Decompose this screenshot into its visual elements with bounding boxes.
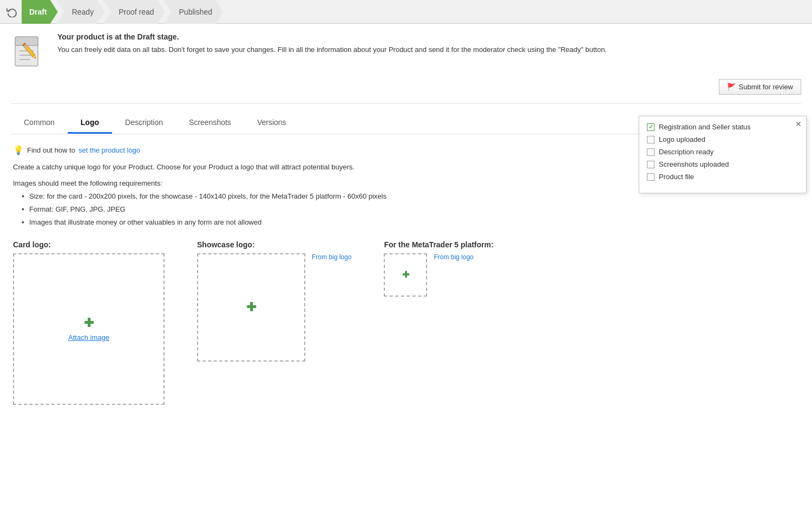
- checklist-item-description: Description ready: [647, 148, 798, 156]
- metatrader-logo-plus-icon: ✚: [402, 271, 409, 279]
- card-logo-label: Card logo:: [13, 240, 165, 249]
- breadcrumb-steps: Draft Ready Proof read Published: [22, 0, 223, 23]
- step-ready[interactable]: Ready: [57, 0, 104, 24]
- tip-link[interactable]: set the product logo: [78, 146, 140, 154]
- info-banner: Your product is at the Draft stage. You …: [11, 32, 801, 70]
- submit-btn-container: 🚩 Submit for review: [11, 79, 801, 95]
- requirements-list: Size: for the card - 200x200 pixels, for…: [13, 192, 799, 228]
- checkbox-logo[interactable]: [647, 136, 654, 143]
- tab-description[interactable]: Description: [112, 113, 176, 134]
- card-logo-group: Card logo: ✚ Attach image: [13, 240, 165, 405]
- req-item-2: Images that illustrate money or other va…: [22, 218, 799, 227]
- checkbox-description[interactable]: [647, 148, 654, 156]
- step-published-label: Published: [179, 8, 213, 16]
- tab-common[interactable]: Common: [11, 113, 68, 134]
- checklist-product-file-label: Product file: [659, 173, 694, 181]
- submit-review-label: Submit for review: [739, 83, 793, 91]
- checklist-close-button[interactable]: ✕: [795, 120, 802, 128]
- metatrader-from-big-logo-link[interactable]: From big logo: [434, 253, 473, 261]
- checklist-screenshots-label: Screenshots uploaded: [659, 160, 729, 168]
- attach-image-link[interactable]: Attach image: [68, 333, 109, 342]
- metatrader-logo-group: For the MetaTrader 5 platform: ✚ From bi…: [384, 240, 493, 405]
- showcase-logo-drop[interactable]: ✚: [197, 253, 305, 362]
- step-proofread[interactable]: Proof read: [103, 0, 165, 24]
- tab-logo[interactable]: Logo: [68, 113, 112, 134]
- checklist-registration-label: Registration and Seller status: [659, 123, 751, 131]
- submit-review-button[interactable]: 🚩 Submit for review: [719, 79, 801, 95]
- draft-icon: [11, 32, 49, 70]
- showcase-logo-label: Showcase logo:: [197, 240, 351, 249]
- checklist-item-product-file: Product file: [647, 173, 798, 181]
- metatrader-logo-drop[interactable]: ✚: [384, 253, 427, 297]
- card-logo-drop[interactable]: ✚ Attach image: [13, 253, 165, 405]
- step-draft[interactable]: Draft: [22, 0, 58, 24]
- checklist-item-registration: Registration and Seller status: [647, 123, 798, 131]
- checklist-description-label: Description ready: [659, 148, 713, 156]
- checklist-item-logo: Logo uploaded: [647, 135, 798, 143]
- tab-screenshots[interactable]: Screenshots: [176, 113, 244, 134]
- submit-icon: 🚩: [727, 83, 736, 91]
- top-nav: Draft Ready Proof read Published: [0, 0, 812, 24]
- banner-desc: You can freely edit data on all tabs. Do…: [57, 44, 801, 55]
- tip-text: Find out how to: [27, 146, 75, 154]
- metatrader-logo-label: For the MetaTrader 5 platform:: [384, 240, 493, 249]
- divider: [11, 103, 801, 104]
- info-text: Your product is at the Draft stage. You …: [57, 32, 801, 55]
- banner-title: Your product is at the Draft stage.: [57, 32, 801, 41]
- step-draft-label: Draft: [29, 8, 47, 16]
- showcase-logo-plus-icon: ✚: [246, 301, 256, 313]
- req-item-1: Format: GIF, PNG, JPG, JPEG: [22, 205, 799, 214]
- checkbox-product-file[interactable]: [647, 173, 654, 181]
- main-content: Your product is at the Draft stage. You …: [0, 24, 812, 414]
- checklist-logo-label: Logo uploaded: [659, 135, 705, 143]
- checklist-popup: ✕ Registration and Seller status Logo up…: [639, 116, 807, 193]
- checkbox-screenshots[interactable]: [647, 161, 654, 168]
- card-logo-plus-icon: ✚: [84, 317, 94, 329]
- step-ready-label: Ready: [72, 8, 94, 16]
- svg-rect-1: [15, 37, 38, 45]
- step-proofread-label: Proof read: [119, 8, 154, 16]
- refresh-button[interactable]: [2, 0, 22, 23]
- checkbox-registration[interactable]: [647, 123, 654, 131]
- showcase-from-big-logo-link[interactable]: From big logo: [312, 253, 351, 261]
- logo-areas: Card logo: ✚ Attach image Showcase logo:…: [13, 240, 799, 405]
- showcase-logo-group: Showcase logo: ✚ From big logo: [197, 240, 351, 405]
- bulb-icon: 💡: [13, 145, 24, 155]
- step-published[interactable]: Published: [164, 0, 224, 24]
- tab-versions[interactable]: Versions: [244, 113, 299, 134]
- checklist-item-screenshots: Screenshots uploaded: [647, 160, 798, 168]
